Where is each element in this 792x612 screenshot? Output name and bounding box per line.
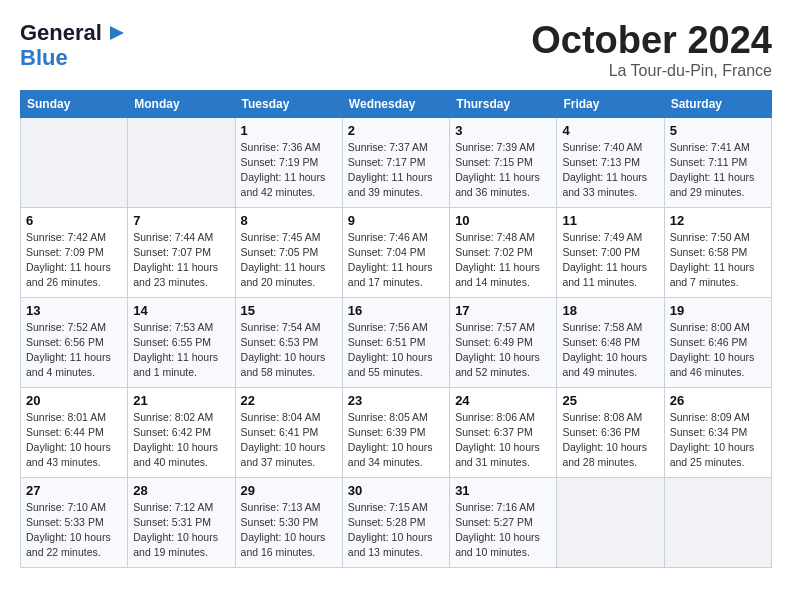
- day-info: Sunrise: 8:08 AMSunset: 6:36 PMDaylight:…: [562, 410, 658, 471]
- day-number: 15: [241, 303, 337, 318]
- location: La Tour-du-Pin, France: [531, 62, 772, 80]
- col-wednesday: Wednesday: [342, 90, 449, 117]
- cell-w5-d7: [664, 477, 771, 567]
- cell-w2-d1: 6Sunrise: 7:42 AMSunset: 7:09 PMDaylight…: [21, 207, 128, 297]
- day-info: Sunrise: 8:06 AMSunset: 6:37 PMDaylight:…: [455, 410, 551, 471]
- cell-w2-d4: 9Sunrise: 7:46 AMSunset: 7:04 PMDaylight…: [342, 207, 449, 297]
- cell-w1-d7: 5Sunrise: 7:41 AMSunset: 7:11 PMDaylight…: [664, 117, 771, 207]
- day-info: Sunrise: 7:40 AMSunset: 7:13 PMDaylight:…: [562, 140, 658, 201]
- logo: General Blue: [20, 20, 126, 70]
- day-number: 8: [241, 213, 337, 228]
- col-friday: Friday: [557, 90, 664, 117]
- header-row: Sunday Monday Tuesday Wednesday Thursday…: [21, 90, 772, 117]
- day-number: 18: [562, 303, 658, 318]
- calendar-table: Sunday Monday Tuesday Wednesday Thursday…: [20, 90, 772, 568]
- day-info: Sunrise: 7:46 AMSunset: 7:04 PMDaylight:…: [348, 230, 444, 291]
- day-info: Sunrise: 8:04 AMSunset: 6:41 PMDaylight:…: [241, 410, 337, 471]
- day-info: Sunrise: 7:36 AMSunset: 7:19 PMDaylight:…: [241, 140, 337, 201]
- svg-marker-0: [110, 26, 124, 40]
- day-number: 28: [133, 483, 229, 498]
- day-number: 1: [241, 123, 337, 138]
- day-info: Sunrise: 7:54 AMSunset: 6:53 PMDaylight:…: [241, 320, 337, 381]
- cell-w5-d5: 31Sunrise: 7:16 AMSunset: 5:27 PMDayligh…: [450, 477, 557, 567]
- logo-icon: [104, 22, 126, 44]
- cell-w5-d3: 29Sunrise: 7:13 AMSunset: 5:30 PMDayligh…: [235, 477, 342, 567]
- day-number: 23: [348, 393, 444, 408]
- month-title: October 2024: [531, 20, 772, 62]
- day-number: 12: [670, 213, 766, 228]
- day-number: 14: [133, 303, 229, 318]
- cell-w3-d5: 17Sunrise: 7:57 AMSunset: 6:49 PMDayligh…: [450, 297, 557, 387]
- cell-w2-d5: 10Sunrise: 7:48 AMSunset: 7:02 PMDayligh…: [450, 207, 557, 297]
- cell-w1-d3: 1Sunrise: 7:36 AMSunset: 7:19 PMDaylight…: [235, 117, 342, 207]
- col-saturday: Saturday: [664, 90, 771, 117]
- cell-w4-d7: 26Sunrise: 8:09 AMSunset: 6:34 PMDayligh…: [664, 387, 771, 477]
- logo-text-blue: Blue: [20, 45, 68, 70]
- day-number: 22: [241, 393, 337, 408]
- cell-w1-d1: [21, 117, 128, 207]
- page: General Blue October 2024 La Tour-du-Pin…: [0, 0, 792, 588]
- cell-w3-d2: 14Sunrise: 7:53 AMSunset: 6:55 PMDayligh…: [128, 297, 235, 387]
- col-monday: Monday: [128, 90, 235, 117]
- day-number: 9: [348, 213, 444, 228]
- day-number: 30: [348, 483, 444, 498]
- cell-w1-d5: 3Sunrise: 7:39 AMSunset: 7:15 PMDaylight…: [450, 117, 557, 207]
- title-area: October 2024 La Tour-du-Pin, France: [531, 20, 772, 80]
- cell-w4-d4: 23Sunrise: 8:05 AMSunset: 6:39 PMDayligh…: [342, 387, 449, 477]
- day-info: Sunrise: 8:00 AMSunset: 6:46 PMDaylight:…: [670, 320, 766, 381]
- cell-w1-d6: 4Sunrise: 7:40 AMSunset: 7:13 PMDaylight…: [557, 117, 664, 207]
- cell-w4-d3: 22Sunrise: 8:04 AMSunset: 6:41 PMDayligh…: [235, 387, 342, 477]
- day-info: Sunrise: 7:39 AMSunset: 7:15 PMDaylight:…: [455, 140, 551, 201]
- day-number: 25: [562, 393, 658, 408]
- week-row-1: 1Sunrise: 7:36 AMSunset: 7:19 PMDaylight…: [21, 117, 772, 207]
- cell-w2-d2: 7Sunrise: 7:44 AMSunset: 7:07 PMDaylight…: [128, 207, 235, 297]
- day-number: 6: [26, 213, 122, 228]
- day-info: Sunrise: 8:02 AMSunset: 6:42 PMDaylight:…: [133, 410, 229, 471]
- day-number: 4: [562, 123, 658, 138]
- day-number: 29: [241, 483, 337, 498]
- day-number: 3: [455, 123, 551, 138]
- day-info: Sunrise: 7:44 AMSunset: 7:07 PMDaylight:…: [133, 230, 229, 291]
- cell-w5-d6: [557, 477, 664, 567]
- day-info: Sunrise: 7:52 AMSunset: 6:56 PMDaylight:…: [26, 320, 122, 381]
- day-number: 24: [455, 393, 551, 408]
- day-info: Sunrise: 8:01 AMSunset: 6:44 PMDaylight:…: [26, 410, 122, 471]
- cell-w5-d4: 30Sunrise: 7:15 AMSunset: 5:28 PMDayligh…: [342, 477, 449, 567]
- day-number: 10: [455, 213, 551, 228]
- day-info: Sunrise: 7:45 AMSunset: 7:05 PMDaylight:…: [241, 230, 337, 291]
- cell-w1-d4: 2Sunrise: 7:37 AMSunset: 7:17 PMDaylight…: [342, 117, 449, 207]
- day-info: Sunrise: 7:37 AMSunset: 7:17 PMDaylight:…: [348, 140, 444, 201]
- header: General Blue October 2024 La Tour-du-Pin…: [20, 20, 772, 80]
- day-info: Sunrise: 8:05 AMSunset: 6:39 PMDaylight:…: [348, 410, 444, 471]
- day-info: Sunrise: 7:16 AMSunset: 5:27 PMDaylight:…: [455, 500, 551, 561]
- cell-w5-d2: 28Sunrise: 7:12 AMSunset: 5:31 PMDayligh…: [128, 477, 235, 567]
- day-info: Sunrise: 8:09 AMSunset: 6:34 PMDaylight:…: [670, 410, 766, 471]
- day-info: Sunrise: 7:53 AMSunset: 6:55 PMDaylight:…: [133, 320, 229, 381]
- day-info: Sunrise: 7:41 AMSunset: 7:11 PMDaylight:…: [670, 140, 766, 201]
- day-number: 2: [348, 123, 444, 138]
- day-number: 26: [670, 393, 766, 408]
- week-row-2: 6Sunrise: 7:42 AMSunset: 7:09 PMDaylight…: [21, 207, 772, 297]
- day-number: 5: [670, 123, 766, 138]
- day-number: 27: [26, 483, 122, 498]
- cell-w4-d2: 21Sunrise: 8:02 AMSunset: 6:42 PMDayligh…: [128, 387, 235, 477]
- cell-w2-d6: 11Sunrise: 7:49 AMSunset: 7:00 PMDayligh…: [557, 207, 664, 297]
- day-number: 16: [348, 303, 444, 318]
- day-info: Sunrise: 7:56 AMSunset: 6:51 PMDaylight:…: [348, 320, 444, 381]
- week-row-3: 13Sunrise: 7:52 AMSunset: 6:56 PMDayligh…: [21, 297, 772, 387]
- cell-w4-d6: 25Sunrise: 8:08 AMSunset: 6:36 PMDayligh…: [557, 387, 664, 477]
- cell-w3-d3: 15Sunrise: 7:54 AMSunset: 6:53 PMDayligh…: [235, 297, 342, 387]
- logo-text-general: General: [20, 21, 102, 45]
- col-tuesday: Tuesday: [235, 90, 342, 117]
- cell-w3-d6: 18Sunrise: 7:58 AMSunset: 6:48 PMDayligh…: [557, 297, 664, 387]
- cell-w1-d2: [128, 117, 235, 207]
- cell-w2-d7: 12Sunrise: 7:50 AMSunset: 6:58 PMDayligh…: [664, 207, 771, 297]
- day-number: 19: [670, 303, 766, 318]
- cell-w3-d1: 13Sunrise: 7:52 AMSunset: 6:56 PMDayligh…: [21, 297, 128, 387]
- col-thursday: Thursday: [450, 90, 557, 117]
- day-number: 21: [133, 393, 229, 408]
- day-info: Sunrise: 7:58 AMSunset: 6:48 PMDaylight:…: [562, 320, 658, 381]
- day-info: Sunrise: 7:12 AMSunset: 5:31 PMDaylight:…: [133, 500, 229, 561]
- cell-w3-d4: 16Sunrise: 7:56 AMSunset: 6:51 PMDayligh…: [342, 297, 449, 387]
- day-number: 13: [26, 303, 122, 318]
